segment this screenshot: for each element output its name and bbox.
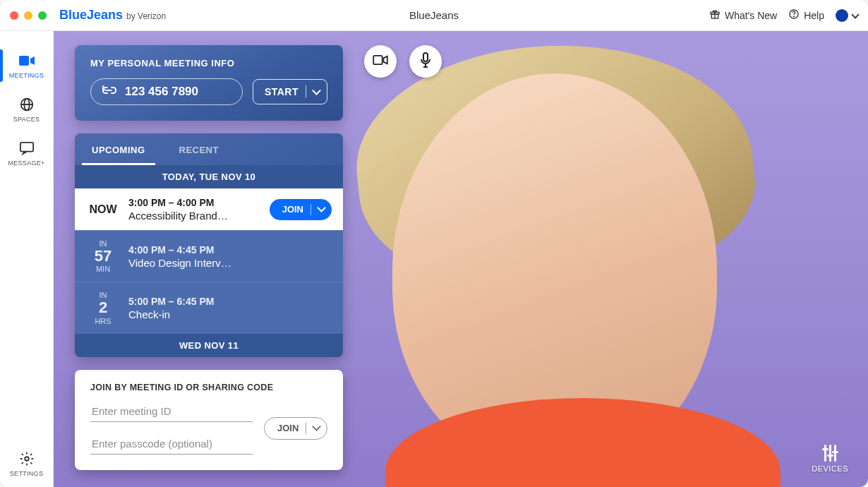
whats-new-link[interactable]: What's New — [709, 8, 777, 22]
meeting-row[interactable]: IN 57 MIN 4:00 PM – 4:45 PM Video Design… — [75, 230, 343, 282]
sidebar-item-settings[interactable]: SETTINGS — [0, 443, 53, 487]
chevron-down-icon — [318, 204, 325, 215]
meeting-title: Accessibility Brand… — [128, 210, 261, 222]
sidebar-item-message[interactable]: MESSAGE+ — [0, 133, 53, 176]
meeting-row-now[interactable]: NOW 3:00 PM – 4:00 PM Accessibility Bran… — [75, 188, 343, 230]
avatar-icon — [836, 9, 848, 22]
tab-recent[interactable]: RECENT — [162, 133, 236, 165]
chat-icon — [18, 140, 35, 157]
window-controls — [10, 11, 47, 20]
sidebar-item-label: MEETINGS — [9, 72, 44, 79]
gift-icon — [709, 8, 721, 22]
link-icon — [102, 85, 116, 99]
meeting-time: 4:00 PM – 4:45 PM — [128, 244, 332, 255]
join-label: JOIN — [277, 423, 299, 433]
chevron-down-icon — [852, 10, 858, 21]
window-title: BlueJeans — [409, 9, 459, 21]
left-panel-stack: MY PERSONAL MEETING INFO 123 456 7890 ST… — [75, 45, 343, 470]
join-label: JOIN — [282, 204, 303, 215]
join-card-title: JOIN BY MEETING ID OR SHARING CODE — [90, 383, 327, 392]
brand-main-text: BlueJeans — [59, 8, 123, 23]
sidebar-item-spaces[interactable]: SPACES — [0, 89, 53, 133]
svg-point-3 — [794, 16, 795, 17]
svg-rect-4 — [19, 56, 29, 66]
av-toggle-controls — [364, 45, 442, 78]
svg-rect-7 — [20, 143, 32, 152]
close-window-button[interactable] — [10, 11, 18, 20]
personal-meeting-id[interactable]: 123 456 7890 — [90, 78, 243, 105]
sidebar: MEETINGS SPACES MESSAGE+ SETTINGS — [0, 31, 54, 487]
chevron-down-icon — [313, 423, 320, 433]
video-camera-icon — [373, 54, 388, 68]
start-label: START — [265, 86, 299, 97]
help-label: Help — [804, 10, 824, 21]
devices-button[interactable]: DEVICES — [812, 445, 848, 473]
meeting-when: IN 57 MIN — [86, 239, 120, 273]
minimize-window-button[interactable] — [24, 11, 32, 20]
personal-meeting-title: MY PERSONAL MEETING INFO — [90, 58, 327, 68]
svg-rect-9 — [373, 56, 382, 64]
devices-label: DEVICES — [812, 464, 848, 473]
main-area: MEETINGS SPACES MESSAGE+ SETTINGS — [0, 31, 868, 487]
meetings-card: UPCOMING RECENT TODAY, TUE NOV 10 NOW 3:… — [75, 133, 343, 357]
account-menu[interactable] — [836, 9, 858, 22]
mic-toggle-button[interactable] — [409, 45, 442, 78]
gear-icon — [18, 450, 35, 467]
meeting-title: Video Design Interv… — [128, 257, 332, 269]
meeting-id-input[interactable] — [90, 402, 253, 422]
meeting-row[interactable]: IN 2 HRS 5:00 PM – 6:45 PM Check-in — [75, 282, 343, 333]
sidebar-item-meetings[interactable]: MEETINGS — [0, 45, 53, 89]
day-header-today: TODAY, TUE NOV 10 — [75, 165, 343, 188]
meeting-body: 4:00 PM – 4:45 PM Video Design Interv… — [128, 244, 332, 269]
whats-new-label: What's New — [725, 10, 777, 21]
day-header-next: WED NOV 11 — [75, 334, 343, 357]
help-link[interactable]: Help — [788, 8, 824, 22]
now-label: NOW — [89, 203, 116, 216]
svg-rect-10 — [423, 53, 428, 61]
app-window: BlueJeans by Verizon BlueJeans What's Ne… — [0, 0, 868, 487]
join-meeting-button[interactable]: JOIN — [270, 199, 332, 220]
join-by-id-button[interactable]: JOIN — [264, 417, 327, 440]
titlebar-right: What's New Help — [709, 8, 858, 22]
start-meeting-button[interactable]: START — [253, 79, 327, 104]
titlebar: BlueJeans by Verizon BlueJeans What's Ne… — [0, 0, 868, 31]
content-area: MY PERSONAL MEETING INFO 123 456 7890 ST… — [54, 31, 868, 487]
globe-icon — [18, 96, 35, 113]
brand-logo: BlueJeans by Verizon — [59, 8, 166, 23]
sidebar-item-label: SPACES — [13, 116, 40, 123]
meeting-when: NOW — [86, 203, 120, 216]
meeting-time: 3:00 PM – 4:00 PM — [128, 197, 261, 208]
meetings-tabs: UPCOMING RECENT — [75, 133, 343, 165]
meeting-time: 5:00 PM – 6:45 PM — [128, 296, 332, 307]
meeting-title: Check-in — [128, 308, 332, 320]
meeting-when: IN 2 HRS — [86, 291, 120, 325]
sidebar-item-label: SETTINGS — [10, 470, 43, 477]
sidebar-item-label: MESSAGE+ — [8, 160, 44, 167]
passcode-input[interactable] — [90, 435, 253, 455]
personal-meeting-id-value: 123 456 7890 — [125, 85, 198, 99]
sliders-icon — [824, 445, 836, 462]
camera-toggle-button[interactable] — [364, 45, 397, 78]
svg-point-8 — [25, 457, 29, 461]
chevron-down-icon — [313, 86, 320, 97]
meeting-body: 5:00 PM – 6:45 PM Check-in — [128, 296, 332, 320]
tab-upcoming[interactable]: UPCOMING — [75, 133, 162, 165]
join-by-id-card: JOIN BY MEETING ID OR SHARING CODE JOIN — [75, 370, 343, 470]
help-icon — [788, 8, 800, 22]
personal-meeting-card: MY PERSONAL MEETING INFO 123 456 7890 ST… — [75, 45, 343, 121]
meeting-body: 3:00 PM – 4:00 PM Accessibility Brand… — [128, 197, 261, 222]
video-camera-icon — [18, 52, 35, 69]
zoom-window-button[interactable] — [38, 11, 47, 20]
microphone-icon — [420, 52, 431, 71]
brand-sub-text: by Verizon — [126, 11, 166, 21]
